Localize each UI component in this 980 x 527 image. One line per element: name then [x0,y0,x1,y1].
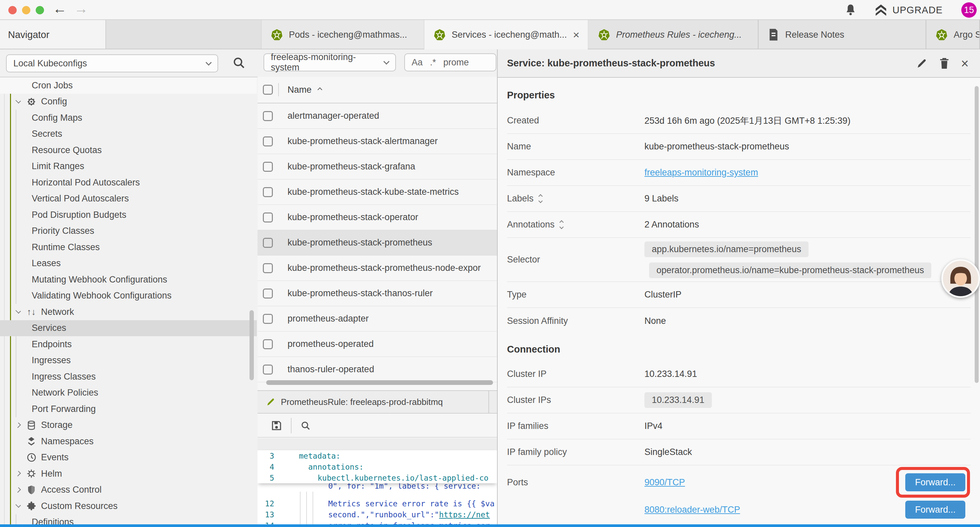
sidebar-item-events[interactable]: Events [0,450,257,466]
sidebar-item-pod-disruption-budgets[interactable]: Pod Disruption Budgets [0,207,257,223]
table-row[interactable]: kube-prometheus-stack-operator [258,205,497,230]
sidebar-item-definitions[interactable]: Definitions [0,514,257,525]
port-link[interactable]: 9090/TCP [644,477,685,488]
sidebar-item-secrets[interactable]: Secrets [0,126,257,142]
tab-pods[interactable]: Pods - icecheng@mathmas... [261,20,424,49]
table-row[interactable]: kube-prometheus-stack-prometheus-node-ex… [258,255,497,281]
row-checkbox[interactable] [263,288,273,299]
sidebar-group-custom-resources[interactable]: Custom Resources [0,498,257,514]
table-row[interactable]: thanos-ruler-operated [258,357,497,382]
sidebar-item-vertical-pod-autoscalers[interactable]: Vertical Pod Autoscalers [0,191,257,207]
sidebar-item-runtime-classes[interactable]: Runtime Classes [0,239,257,255]
row-checkbox[interactable] [263,162,273,172]
selector-chip[interactable]: app.kubernetes.io/name=prometheus [644,242,808,257]
horizontal-scrollbar[interactable] [266,380,493,385]
edit-pencil-icon[interactable] [916,58,928,69]
row-checkbox[interactable] [263,137,273,146]
sidebar-item-resource-quotas[interactable]: Resource Quotas [0,142,257,158]
close-window-button[interactable] [8,6,17,14]
row-checkbox[interactable] [263,111,273,121]
expand-collapse-icon[interactable] [560,221,563,228]
notifications-bell-icon[interactable] [845,3,857,17]
name-column-header[interactable]: Name [288,85,312,95]
table-row[interactable]: kube-prometheus-stack-grafana [258,154,497,180]
sidebar-group-storage[interactable]: Storage [0,417,257,434]
sidebar-item-namespaces[interactable]: Namespaces [0,433,257,450]
table-row[interactable]: kube-prometheus-stack-alertmanager [258,129,497,154]
tab-services[interactable]: Services - icecheng@math... × [424,20,588,49]
sidebar-item-mutating-webhook-configurations[interactable]: Mutating Webhook Configurations [0,272,257,288]
sidebar-scrollbar[interactable] [250,310,254,380]
chevron-right-icon [15,487,21,493]
sidebar-group-config[interactable]: Config [0,94,257,110]
sidebar-item-priority-classes[interactable]: Priority Classes [0,223,257,239]
maximize-window-button[interactable] [36,6,44,14]
namespace-link[interactable]: freeleaps-monitoring-system [644,167,758,178]
table-row-selected[interactable]: kube-prometheus-stack-prometheus [258,230,497,255]
close-tab-icon[interactable]: × [573,29,580,41]
kubeconfig-selector[interactable]: Local Kubeconfigs [6,54,218,72]
forward-button[interactable]: → [74,1,88,17]
table-row[interactable]: kube-prometheus-stack-thanos-ruler [258,281,497,306]
namespace-filter-select[interactable]: freeleaps-monitoring-system [264,53,396,72]
tab-prometheus-rules[interactable]: Prometheus Rules - icecheng... [589,20,759,49]
tab-argo[interactable]: Argo Se [926,20,980,49]
table-row[interactable]: kube-prometheus-stack-kube-state-metrics [258,180,497,205]
row-checkbox[interactable] [263,339,273,349]
row-checkbox[interactable] [263,314,273,324]
save-icon[interactable] [271,420,282,431]
sidebar-item-limit-ranges[interactable]: Limit Ranges [0,158,257,175]
forward-button[interactable]: Forward... [905,473,965,491]
sidebar-group-access-control[interactable]: Access Control [0,482,257,498]
upgrade-label[interactable]: UPGRADE [892,5,943,16]
sidebar-group-network[interactable]: ↑↓ Network [0,304,257,320]
back-button[interactable]: ← [53,1,67,17]
delete-trash-icon[interactable] [939,57,950,69]
drawer-scrollbar[interactable] [975,86,978,383]
regex-icon[interactable]: .* [430,57,436,68]
sidebar-item-config-maps[interactable]: Config Maps [0,110,257,126]
navigator-panel-tab[interactable]: Navigator [0,20,106,49]
expand-collapse-icon[interactable] [539,195,542,202]
row-checkbox[interactable] [263,365,273,374]
cluster-ip-chip[interactable]: 10.233.14.91 [644,392,712,408]
sidebar-item-cron-jobs[interactable]: Cron Jobs [0,77,257,94]
close-drawer-icon[interactable]: × [961,57,969,70]
table-row[interactable]: alertmanager-operated [258,103,497,129]
editor-search-icon[interactable] [300,420,311,431]
sidebar-group-helm[interactable]: Helm [0,466,257,482]
port-link[interactable]: 8080:reloader-web/TCP [644,505,740,515]
sidebar-item-validating-webhook-configurations[interactable]: Validating Webhook Configurations [0,288,257,304]
sidebar-item-leases[interactable]: Leases [0,255,257,272]
profile-notification-badge[interactable]: 15 [961,2,977,18]
selector-chip[interactable]: operator.prometheus.io/name=kube-prometh… [649,263,931,278]
sidebar-item-network-policies[interactable]: Network Policies [0,385,257,401]
row-checkbox[interactable] [263,238,273,248]
yaml-editor[interactable]: 0", for: "1m", labels: { service: 12 Met… [258,438,497,527]
shield-icon [26,485,37,495]
sidebar-item-ingress-classes[interactable]: Ingress Classes [0,369,257,385]
editor-tab-next[interactable] [490,391,497,413]
table-row[interactable]: prometheus-adapter [258,306,497,331]
minimize-window-button[interactable] [22,6,30,14]
editor-tab-prometheusrule[interactable]: PrometheusRule: freeleaps-prod-rabbitmq [258,391,489,413]
row-checkbox[interactable] [263,187,273,197]
tab-release-notes[interactable]: Release Notes [759,20,926,49]
sidebar-item-ingresses[interactable]: Ingresses [0,353,257,369]
editor-tab-bar: PrometheusRule: freeleaps-prod-rabbitmq [258,390,497,414]
sidebar-item-port-forwarding[interactable]: Port Forwarding [0,401,257,417]
row-checkbox[interactable] [263,212,273,223]
table-row[interactable]: prometheus-operated [258,331,497,357]
forward-button[interactable]: Forward... [905,501,965,519]
row-checkbox[interactable] [263,263,273,273]
sidebar-item-services[interactable]: Services [0,320,257,336]
name-search-input[interactable]: Aa .* prome [404,53,496,72]
sidebar-item-endpoints[interactable]: Endpoints [0,336,257,353]
match-case-icon[interactable]: Aa [412,57,423,68]
navigator-search-icon[interactable] [232,56,245,69]
sort-ascending-icon[interactable] [318,88,322,92]
sidebar-item-horizontal-pod-autoscalers[interactable]: Horizontal Pod Autoscalers [0,174,257,191]
select-all-checkbox[interactable] [263,85,273,95]
upgrade-icon[interactable] [874,3,888,17]
assistant-avatar[interactable] [941,259,980,298]
